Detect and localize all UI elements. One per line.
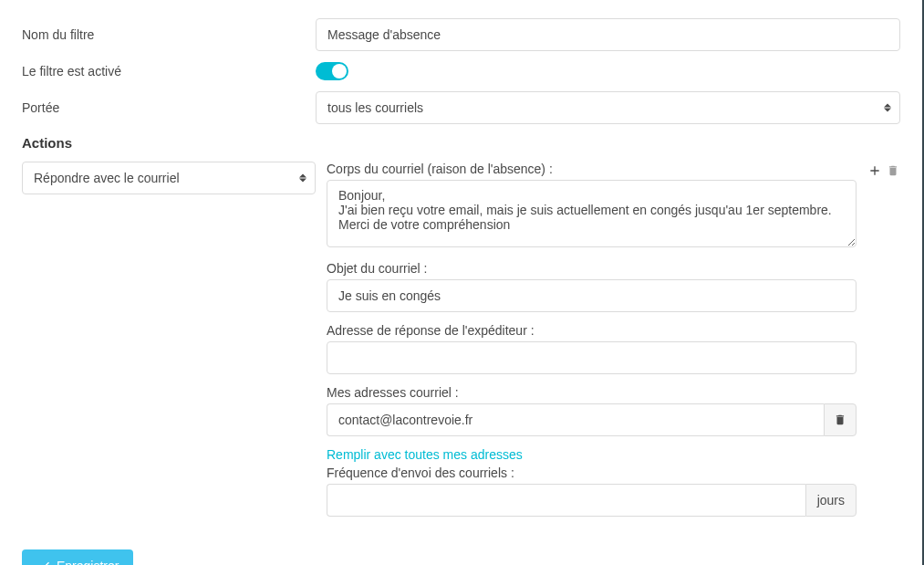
filter-scope-label: Portée [22, 100, 316, 115]
body-label: Corps du courriel (raison de l'absence) … [327, 162, 857, 176]
freq-label: Fréquence d'envoi des courriels : [327, 466, 857, 480]
filter-enabled-toggle[interactable] [316, 62, 348, 80]
filter-name-input[interactable] [316, 18, 900, 51]
filter-scope-select[interactable]: tous les courriels [316, 91, 900, 124]
myaddr-delete-button[interactable] [824, 403, 857, 436]
filter-name-label: Nom du filtre [22, 27, 316, 42]
filter-enabled-label: Le filtre est activé [22, 64, 316, 78]
subject-input[interactable] [327, 279, 857, 312]
add-action-button[interactable] [867, 163, 882, 178]
actions-header: Actions [22, 135, 900, 151]
freq-unit-label: jours [805, 484, 857, 517]
replyto-label: Adresse de réponse de l'expéditeur : [327, 323, 857, 338]
myaddr-input[interactable] [327, 403, 824, 436]
delete-action-button[interactable] [886, 163, 900, 178]
myaddr-label: Mes adresses courriel : [327, 385, 857, 400]
body-textarea[interactable] [327, 180, 857, 247]
freq-input[interactable] [327, 484, 805, 517]
fill-addresses-link[interactable]: Remplir avec toutes mes adresses [327, 447, 523, 462]
trash-icon [887, 164, 899, 177]
replyto-input[interactable] [327, 341, 857, 374]
save-button[interactable]: Enregistrer [22, 549, 133, 565]
subject-label: Objet du courriel : [327, 261, 857, 276]
plus-icon [867, 163, 882, 178]
save-button-label: Enregistrer [57, 559, 119, 565]
check-icon [36, 559, 51, 565]
trash-icon [834, 413, 846, 426]
action-type-select[interactable]: Répondre avec le courriel [22, 162, 316, 194]
